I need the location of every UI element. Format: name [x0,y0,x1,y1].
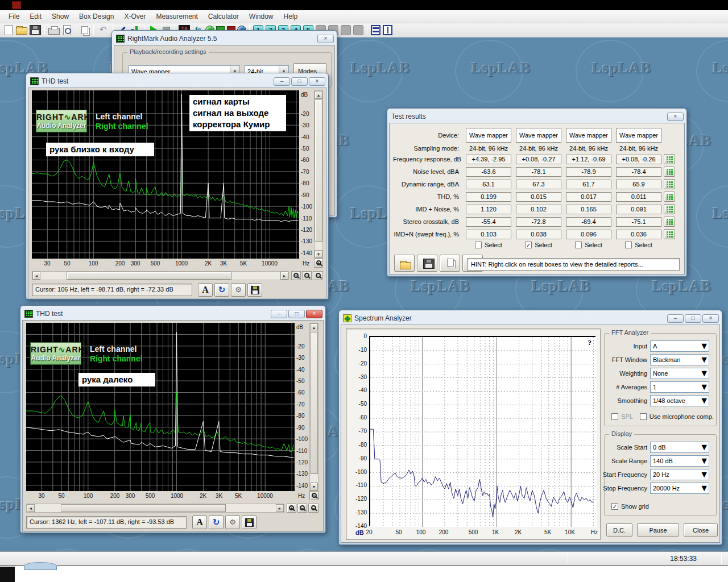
device-value-box[interactable]: Wave mapper [466,128,511,143]
menu-item-box-design[interactable]: Box Design [74,11,119,22]
zoom-out-x-button[interactable] [302,271,312,280]
scale-start-select[interactable]: 0 dB▼ [650,442,709,453]
minimize-button[interactable]: – [667,314,684,323]
result-value-box[interactable]: +4.39, -2.95 [466,155,511,164]
scroll-down-icon[interactable]: ▼ [310,483,318,490]
scroll-up-icon[interactable]: ▲ [315,91,322,99]
result-value-box[interactable]: 0.017 [566,192,611,202]
minimize-button[interactable]: – [271,310,287,318]
result-value-box[interactable]: 0.102 [516,205,561,214]
tile-horizontal-icon[interactable] [371,25,380,35]
result-value-box[interactable]: 65.9 [616,180,661,189]
new-document-icon[interactable] [5,25,13,35]
result-value-box[interactable]: 63.1 [466,180,511,189]
save-icon[interactable] [30,25,41,35]
rmaa-title-bar[interactable]: RightMark Audio Analyzer 5.5 × [114,32,335,45]
result-value-box[interactable]: -55.4 [466,217,511,227]
zoom-out-x-button[interactable] [297,504,307,513]
result-value-box[interactable]: -72.8 [516,217,561,227]
thd1-horizontal-scrollbar[interactable]: ◄ ► [32,271,289,280]
minimize-button[interactable]: – [274,77,290,86]
close-button[interactable]: × [667,113,684,121]
close-button[interactable]: × [317,35,334,43]
font-button[interactable]: A [198,283,213,297]
result-value-box[interactable]: 1.120 [466,205,511,214]
thd1-spectrum-plot[interactable]: RIGHT∿ARK Audio Analyzer Left channel Ri… [32,90,299,259]
menu-item-measurement[interactable]: Measurement [151,11,202,22]
detail-grid-button[interactable] [664,217,675,227]
thd1-vertical-scrollbar[interactable]: ▲ ▼ [314,90,323,259]
fft-window-select[interactable]: Blackman▼ [650,354,709,365]
tile-vertical-icon[interactable] [383,25,392,35]
maximize-button[interactable]: □ [288,310,305,318]
result-value-box[interactable]: 0.103 [466,230,511,239]
-averages-select[interactable]: 1▼ [650,381,709,393]
chevron-down-icon[interactable]: ▼ [700,355,709,365]
thd2-spectrum-plot[interactable]: RIGHT∿ARK Audio Analyzer Left channel Ri… [26,323,295,491]
zoom-in-x-button[interactable] [287,504,296,513]
show-grid-checkbox[interactable]: ✓ [611,503,618,510]
close-button[interactable]: × [306,310,322,318]
blank-button[interactable] [353,25,363,35]
result-value-box[interactable]: 0.096 [566,230,611,239]
result-value-box[interactable]: 0.015 [516,192,561,202]
start-frequency-select[interactable]: 20 Hz▼ [650,469,709,480]
scroll-down-icon[interactable]: ▼ [315,250,322,258]
pause-button[interactable]: Pause [637,523,679,537]
result-value-box[interactable]: 0.091 [616,205,661,214]
thd1-title-bar[interactable]: THD test – □ × [28,75,326,88]
save-plot-button[interactable] [247,283,262,297]
device-value-box[interactable]: Wave mapper [516,128,561,143]
spl-checkbox[interactable] [611,413,618,420]
select-checkbox[interactable] [575,242,582,248]
zoom-in-x-button[interactable] [291,271,301,280]
detail-grid-button[interactable] [664,192,675,202]
detail-grid-button[interactable] [664,179,675,189]
device-value-box[interactable]: Wave mapper [616,128,661,143]
stop-frequency-select[interactable]: 20000 Hz▼ [650,483,709,494]
chevron-down-icon[interactable]: ▼ [700,456,709,466]
result-value-box[interactable]: 0.165 [566,205,611,214]
detail-grid-button[interactable] [664,167,675,177]
result-value-box[interactable]: 0.199 [466,192,511,202]
refresh-button[interactable]: ↻ [209,516,224,529]
result-value-box[interactable]: -63.6 [466,167,511,177]
menu-item-file[interactable]: File [3,11,24,22]
result-value-box[interactable]: 0.011 [616,192,661,202]
result-value-box[interactable]: -78.9 [566,167,611,177]
scroll-right-icon[interactable]: ► [280,272,288,280]
result-value-box[interactable]: +1.12, -0.69 [566,155,611,164]
thd2-horizontal-scrollbar[interactable]: ◄ ► [26,504,284,513]
copy-icon[interactable] [81,26,88,34]
result-value-box[interactable]: -69.4 [566,217,611,227]
result-value-box[interactable]: +0.08, -0.27 [516,155,561,164]
chevron-down-icon[interactable]: ▼ [700,368,709,379]
zoom-out-button[interactable] [313,271,323,280]
save-results-button[interactable] [417,255,437,272]
menu-item-show[interactable]: Show [47,11,74,22]
scroll-right-icon[interactable]: ► [276,504,284,512]
select-checkbox[interactable] [625,242,632,248]
load-results-button[interactable] [394,255,415,272]
maximize-button[interactable]: □ [291,77,308,86]
menu-item-edit[interactable]: Edit [24,11,47,22]
undo-icon[interactable]: ↶ [97,25,109,35]
menu-item-help[interactable]: Help [279,11,303,22]
results-title-bar[interactable]: Test results × [389,110,685,123]
scroll-up-icon[interactable]: ▲ [310,323,318,331]
maximize-button[interactable]: □ [685,314,701,323]
print-preview-icon[interactable] [63,25,71,35]
close-button[interactable]: Close [684,523,718,537]
close-button[interactable]: × [702,314,719,323]
zoom-out-button[interactable] [308,504,318,513]
select-checkbox[interactable]: ✓ [525,242,532,248]
device-value-box[interactable]: Wave mapper [566,128,611,143]
result-value-box[interactable]: -78.4 [616,167,661,177]
result-value-box[interactable]: 0.038 [516,230,561,239]
result-value-box[interactable]: 0.036 [616,230,661,239]
thd2-title-bar[interactable]: THD test – □ × [22,307,324,320]
close-button[interactable]: × [309,77,325,86]
menu-item-x-over[interactable]: X-Over [119,11,151,22]
spectrum-title-bar[interactable]: Spectrum Analyzer – □ × [341,312,720,325]
scale-range-select[interactable]: 140 dB▼ [650,455,709,467]
